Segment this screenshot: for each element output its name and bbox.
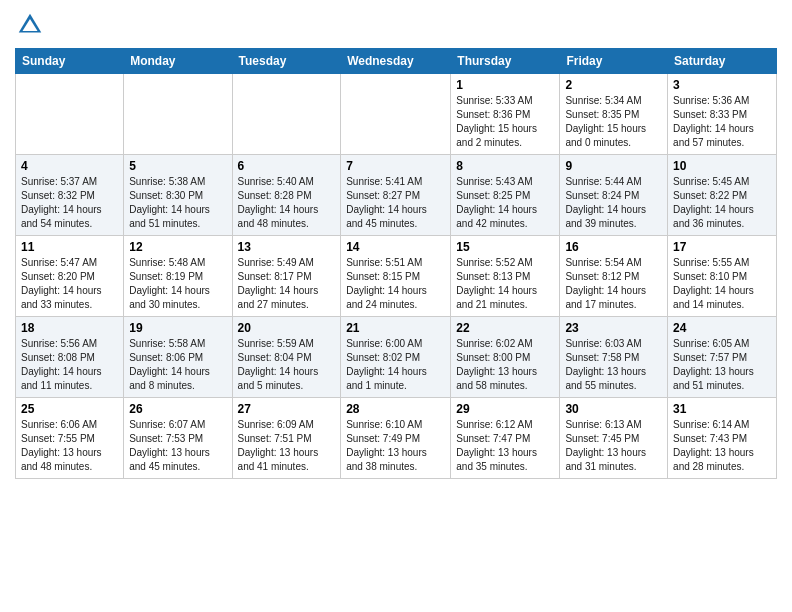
- day-number: 7: [346, 159, 445, 173]
- day-number: 18: [21, 321, 118, 335]
- day-number: 12: [129, 240, 226, 254]
- calendar-cell: 19Sunrise: 5:58 AM Sunset: 8:06 PM Dayli…: [124, 317, 232, 398]
- calendar-cell: 25Sunrise: 6:06 AM Sunset: 7:55 PM Dayli…: [16, 398, 124, 479]
- calendar-cell: 12Sunrise: 5:48 AM Sunset: 8:19 PM Dayli…: [124, 236, 232, 317]
- day-info: Sunrise: 5:38 AM Sunset: 8:30 PM Dayligh…: [129, 175, 226, 231]
- day-number: 20: [238, 321, 336, 335]
- calendar-cell: [341, 74, 451, 155]
- weekday-header: Thursday: [451, 49, 560, 74]
- day-info: Sunrise: 6:13 AM Sunset: 7:45 PM Dayligh…: [565, 418, 662, 474]
- calendar-cell: 16Sunrise: 5:54 AM Sunset: 8:12 PM Dayli…: [560, 236, 668, 317]
- calendar-cell: [232, 74, 341, 155]
- day-info: Sunrise: 5:47 AM Sunset: 8:20 PM Dayligh…: [21, 256, 118, 312]
- weekday-header: Wednesday: [341, 49, 451, 74]
- day-info: Sunrise: 6:06 AM Sunset: 7:55 PM Dayligh…: [21, 418, 118, 474]
- day-number: 17: [673, 240, 771, 254]
- day-info: Sunrise: 5:40 AM Sunset: 8:28 PM Dayligh…: [238, 175, 336, 231]
- calendar-cell: 2Sunrise: 5:34 AM Sunset: 8:35 PM Daylig…: [560, 74, 668, 155]
- logo-icon: [15, 10, 45, 40]
- weekday-header: Friday: [560, 49, 668, 74]
- day-info: Sunrise: 6:14 AM Sunset: 7:43 PM Dayligh…: [673, 418, 771, 474]
- calendar-week-row: 11Sunrise: 5:47 AM Sunset: 8:20 PM Dayli…: [16, 236, 777, 317]
- day-number: 29: [456, 402, 554, 416]
- day-info: Sunrise: 5:33 AM Sunset: 8:36 PM Dayligh…: [456, 94, 554, 150]
- day-info: Sunrise: 5:51 AM Sunset: 8:15 PM Dayligh…: [346, 256, 445, 312]
- weekday-header: Sunday: [16, 49, 124, 74]
- day-info: Sunrise: 6:10 AM Sunset: 7:49 PM Dayligh…: [346, 418, 445, 474]
- day-info: Sunrise: 6:12 AM Sunset: 7:47 PM Dayligh…: [456, 418, 554, 474]
- page: SundayMondayTuesdayWednesdayThursdayFrid…: [0, 0, 792, 489]
- calendar-cell: 1Sunrise: 5:33 AM Sunset: 8:36 PM Daylig…: [451, 74, 560, 155]
- calendar-cell: 3Sunrise: 5:36 AM Sunset: 8:33 PM Daylig…: [668, 74, 777, 155]
- day-number: 10: [673, 159, 771, 173]
- day-info: Sunrise: 5:49 AM Sunset: 8:17 PM Dayligh…: [238, 256, 336, 312]
- day-info: Sunrise: 5:45 AM Sunset: 8:22 PM Dayligh…: [673, 175, 771, 231]
- calendar-cell: 26Sunrise: 6:07 AM Sunset: 7:53 PM Dayli…: [124, 398, 232, 479]
- calendar-cell: 7Sunrise: 5:41 AM Sunset: 8:27 PM Daylig…: [341, 155, 451, 236]
- calendar-cell: 27Sunrise: 6:09 AM Sunset: 7:51 PM Dayli…: [232, 398, 341, 479]
- day-info: Sunrise: 5:52 AM Sunset: 8:13 PM Dayligh…: [456, 256, 554, 312]
- weekday-header: Monday: [124, 49, 232, 74]
- day-number: 21: [346, 321, 445, 335]
- day-info: Sunrise: 5:36 AM Sunset: 8:33 PM Dayligh…: [673, 94, 771, 150]
- day-info: Sunrise: 5:37 AM Sunset: 8:32 PM Dayligh…: [21, 175, 118, 231]
- day-number: 24: [673, 321, 771, 335]
- day-info: Sunrise: 5:58 AM Sunset: 8:06 PM Dayligh…: [129, 337, 226, 393]
- day-info: Sunrise: 6:02 AM Sunset: 8:00 PM Dayligh…: [456, 337, 554, 393]
- day-number: 28: [346, 402, 445, 416]
- day-number: 6: [238, 159, 336, 173]
- calendar-cell: 29Sunrise: 6:12 AM Sunset: 7:47 PM Dayli…: [451, 398, 560, 479]
- day-info: Sunrise: 6:07 AM Sunset: 7:53 PM Dayligh…: [129, 418, 226, 474]
- calendar-cell: 13Sunrise: 5:49 AM Sunset: 8:17 PM Dayli…: [232, 236, 341, 317]
- calendar-cell: 6Sunrise: 5:40 AM Sunset: 8:28 PM Daylig…: [232, 155, 341, 236]
- day-number: 30: [565, 402, 662, 416]
- day-number: 25: [21, 402, 118, 416]
- day-number: 3: [673, 78, 771, 92]
- day-info: Sunrise: 5:44 AM Sunset: 8:24 PM Dayligh…: [565, 175, 662, 231]
- calendar-cell: 30Sunrise: 6:13 AM Sunset: 7:45 PM Dayli…: [560, 398, 668, 479]
- day-info: Sunrise: 5:41 AM Sunset: 8:27 PM Dayligh…: [346, 175, 445, 231]
- calendar-cell: 18Sunrise: 5:56 AM Sunset: 8:08 PM Dayli…: [16, 317, 124, 398]
- calendar-body: 1Sunrise: 5:33 AM Sunset: 8:36 PM Daylig…: [16, 74, 777, 479]
- day-number: 8: [456, 159, 554, 173]
- calendar-cell: 4Sunrise: 5:37 AM Sunset: 8:32 PM Daylig…: [16, 155, 124, 236]
- calendar-cell: [124, 74, 232, 155]
- calendar-cell: 28Sunrise: 6:10 AM Sunset: 7:49 PM Dayli…: [341, 398, 451, 479]
- day-info: Sunrise: 5:43 AM Sunset: 8:25 PM Dayligh…: [456, 175, 554, 231]
- calendar-cell: 24Sunrise: 6:05 AM Sunset: 7:57 PM Dayli…: [668, 317, 777, 398]
- calendar-cell: [16, 74, 124, 155]
- day-number: 31: [673, 402, 771, 416]
- day-info: Sunrise: 6:05 AM Sunset: 7:57 PM Dayligh…: [673, 337, 771, 393]
- day-number: 16: [565, 240, 662, 254]
- calendar-cell: 22Sunrise: 6:02 AM Sunset: 8:00 PM Dayli…: [451, 317, 560, 398]
- calendar-header: SundayMondayTuesdayWednesdayThursdayFrid…: [16, 49, 777, 74]
- day-number: 1: [456, 78, 554, 92]
- day-number: 2: [565, 78, 662, 92]
- day-number: 4: [21, 159, 118, 173]
- day-info: Sunrise: 5:54 AM Sunset: 8:12 PM Dayligh…: [565, 256, 662, 312]
- day-info: Sunrise: 6:00 AM Sunset: 8:02 PM Dayligh…: [346, 337, 445, 393]
- calendar-cell: 15Sunrise: 5:52 AM Sunset: 8:13 PM Dayli…: [451, 236, 560, 317]
- calendar-cell: 8Sunrise: 5:43 AM Sunset: 8:25 PM Daylig…: [451, 155, 560, 236]
- day-number: 15: [456, 240, 554, 254]
- day-info: Sunrise: 5:56 AM Sunset: 8:08 PM Dayligh…: [21, 337, 118, 393]
- day-info: Sunrise: 6:09 AM Sunset: 7:51 PM Dayligh…: [238, 418, 336, 474]
- calendar-cell: 31Sunrise: 6:14 AM Sunset: 7:43 PM Dayli…: [668, 398, 777, 479]
- day-info: Sunrise: 5:55 AM Sunset: 8:10 PM Dayligh…: [673, 256, 771, 312]
- day-number: 22: [456, 321, 554, 335]
- day-number: 11: [21, 240, 118, 254]
- calendar-cell: 5Sunrise: 5:38 AM Sunset: 8:30 PM Daylig…: [124, 155, 232, 236]
- calendar-week-row: 1Sunrise: 5:33 AM Sunset: 8:36 PM Daylig…: [16, 74, 777, 155]
- weekday-header: Saturday: [668, 49, 777, 74]
- calendar-week-row: 18Sunrise: 5:56 AM Sunset: 8:08 PM Dayli…: [16, 317, 777, 398]
- day-number: 13: [238, 240, 336, 254]
- weekday-row: SundayMondayTuesdayWednesdayThursdayFrid…: [16, 49, 777, 74]
- calendar-cell: 23Sunrise: 6:03 AM Sunset: 7:58 PM Dayli…: [560, 317, 668, 398]
- day-info: Sunrise: 6:03 AM Sunset: 7:58 PM Dayligh…: [565, 337, 662, 393]
- calendar-cell: 11Sunrise: 5:47 AM Sunset: 8:20 PM Dayli…: [16, 236, 124, 317]
- weekday-header: Tuesday: [232, 49, 341, 74]
- calendar-cell: 21Sunrise: 6:00 AM Sunset: 8:02 PM Dayli…: [341, 317, 451, 398]
- day-number: 9: [565, 159, 662, 173]
- calendar-cell: 9Sunrise: 5:44 AM Sunset: 8:24 PM Daylig…: [560, 155, 668, 236]
- calendar-week-row: 25Sunrise: 6:06 AM Sunset: 7:55 PM Dayli…: [16, 398, 777, 479]
